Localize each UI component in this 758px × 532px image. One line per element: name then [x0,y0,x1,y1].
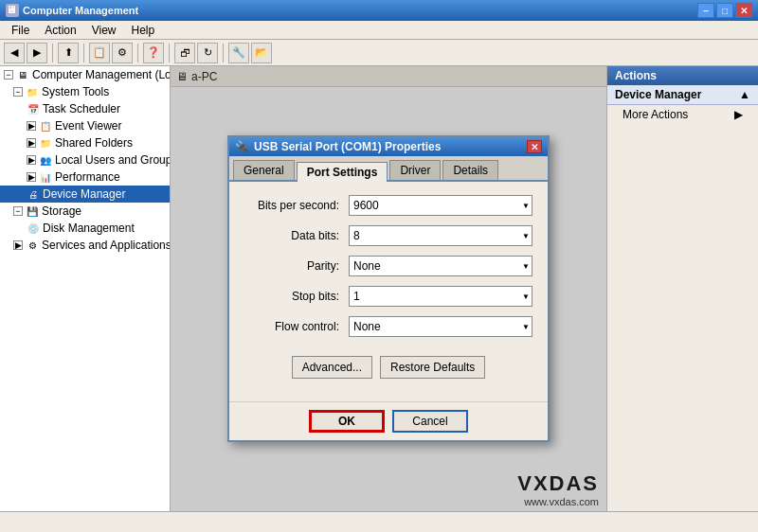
tree-task-scheduler[interactable]: 📅 Task Scheduler [0,100,170,117]
tab-general[interactable]: General [233,160,295,180]
tree-services-label: Services and Applications [42,239,171,252]
label-parity: Parity: [244,259,339,273]
shared-icon: 📁 [39,136,52,150]
toolbar-separator [52,44,53,62]
menu-action[interactable]: Action [37,21,83,39]
menu-view[interactable]: View [84,21,124,39]
toolbar: ◀ ▶ ⬆ 📋 ⚙ ❓ 🗗 ↻ 🔧 📂 [0,40,758,66]
advanced-row: Advanced... Restore Defaults [244,348,532,386]
right-panel-actions: Actions Device Manager ▲ More Actions ▶ [606,66,758,511]
menu-bar: File Action View Help [0,21,758,40]
storage-icon: 💾 [26,204,39,218]
tree-system-tools[interactable]: − 📁 System Tools [0,83,170,100]
toolbar-back[interactable]: ◀ [4,43,25,63]
tree-expand-users[interactable]: ▶ [27,155,36,165]
tree-storage-label: Storage [42,204,81,218]
toolbar-show-hide[interactable]: 📋 [89,43,110,63]
tree-disk-label: Disk Management [43,222,135,235]
toolbar-help[interactable]: ❓ [143,43,164,63]
event-icon: 📋 [39,119,52,133]
actions-more-label: More Actions [623,108,688,121]
actions-more-arrow: ▶ [734,108,743,121]
tree-storage[interactable]: − 💾 Storage [0,203,170,220]
toolbar-new-window[interactable]: 🗗 [174,43,195,63]
actions-header: Actions [607,66,758,85]
tree-root[interactable]: − 🖥 Computer Management (Local [0,66,170,83]
services-icon: ⚙ [26,239,39,252]
dialog-content: Bits per second: 9600 1200 2400 4800 192… [229,182,548,396]
form-row-bps: Bits per second: 9600 1200 2400 4800 192… [244,195,532,216]
perf-icon: 📊 [39,170,52,184]
select-wrapper-bps: 9600 1200 2400 4800 19200 38400 57600 11… [349,195,532,216]
tree-expand-perf[interactable]: ▶ [27,172,36,182]
select-parity[interactable]: None Even Odd Mark Space [349,256,532,276]
tree-expand-root[interactable]: − [4,70,13,80]
dialog-icon: 🔌 [235,140,249,153]
center-panel: 🖥 a-PC 🔌 USB Serial Port (COM1) Properti… [171,66,606,511]
tree-root-label: Computer Management (Local [32,68,171,81]
select-databits[interactable]: 8 5 6 7 [349,225,532,246]
status-bar [0,511,758,532]
users-icon: 👥 [39,153,52,167]
tree-expand-storage[interactable]: − [13,206,23,216]
label-flowcontrol: Flow control: [244,320,339,333]
tab-port-settings[interactable]: Port Settings [297,162,388,182]
window-controls: – □ ✕ [697,3,752,18]
tree-device-manager[interactable]: 🖨 Device Manager [0,186,170,203]
dialog-close-button[interactable]: ✕ [527,140,542,153]
cancel-button[interactable]: Cancel [392,410,468,433]
toolbar-extra1[interactable]: 🔧 [228,43,249,63]
toolbar-separator4 [169,44,170,62]
tree-perf-label: Performance [55,170,120,184]
tree-expand-event[interactable]: ▶ [27,121,36,131]
tab-driver[interactable]: Driver [389,160,441,180]
maximize-button[interactable]: □ [716,3,733,18]
toolbar-separator2 [83,44,84,62]
tree-expand-shared[interactable]: ▶ [27,138,36,148]
select-stopbits[interactable]: 1 1.5 2 [349,286,532,307]
dialog-buttons-row: OK Cancel [229,401,548,440]
restore-defaults-button[interactable]: Restore Defaults [380,356,485,379]
select-flowcontrol[interactable]: None Xon / Xoff Hardware [349,316,532,337]
menu-help[interactable]: Help [124,21,163,39]
tree-expand-system[interactable]: − [13,87,23,97]
left-panel-tree: − 🖥 Computer Management (Local − 📁 Syste… [0,66,171,511]
tree-disk-management[interactable]: 💿 Disk Management [0,220,170,237]
toolbar-up[interactable]: ⬆ [58,43,79,63]
form-row-flowcontrol: Flow control: None Xon / Xoff Hardware [244,316,532,337]
device-icon: 🖨 [27,187,40,201]
tab-details[interactable]: Details [442,160,498,180]
app-icon: 🖥 [6,4,19,17]
tree-event-viewer[interactable]: ▶ 📋 Event Viewer [0,117,170,134]
toolbar-forward[interactable]: ▶ [27,43,47,63]
ok-button[interactable]: OK [309,410,385,433]
toolbar-separator3 [137,44,138,62]
menu-file[interactable]: File [4,21,37,39]
tree-shared-folders[interactable]: ▶ 📁 Shared Folders [0,134,170,151]
title-bar: 🖥 Computer Management – □ ✕ [0,0,758,21]
form-row-stopbits: Stop bits: 1 1.5 2 [244,286,532,307]
advanced-button[interactable]: Advanced... [292,356,372,379]
dialog-tabs: General Port Settings Driver Details [229,156,548,182]
properties-dialog: 🔌 USB Serial Port (COM1) Properties ✕ Ge… [227,135,550,442]
tree-services[interactable]: ▶ ⚙ Services and Applications [0,237,170,254]
select-bps[interactable]: 9600 1200 2400 4800 19200 38400 57600 11… [349,195,532,216]
actions-more-actions[interactable]: More Actions ▶ [607,105,758,124]
actions-section-title: Device Manager ▲ [607,85,758,105]
label-databits: Data bits: [244,229,339,242]
close-button[interactable]: ✕ [735,3,752,18]
minimize-button[interactable]: – [697,3,714,18]
toolbar-separator5 [223,44,224,62]
toolbar-extra2[interactable]: 📂 [251,43,272,63]
tree-performance[interactable]: ▶ 📊 Performance [0,168,170,186]
folder-icon: 📁 [26,85,39,98]
actions-expand-icon: ▲ [739,88,750,101]
toolbar-properties[interactable]: ⚙ [112,43,133,63]
dialog-titlebar: 🔌 USB Serial Port (COM1) Properties ✕ [229,137,548,156]
tree-expand-services[interactable]: ▶ [13,240,23,250]
main-layout: − 🖥 Computer Management (Local − 📁 Syste… [0,66,758,511]
tree-local-users[interactable]: ▶ 👥 Local Users and Groups [0,151,170,168]
toolbar-refresh[interactable]: ↻ [197,43,218,63]
task-icon: 📅 [27,102,40,115]
modal-overlay: 🔌 USB Serial Port (COM1) Properties ✕ Ge… [171,66,606,511]
